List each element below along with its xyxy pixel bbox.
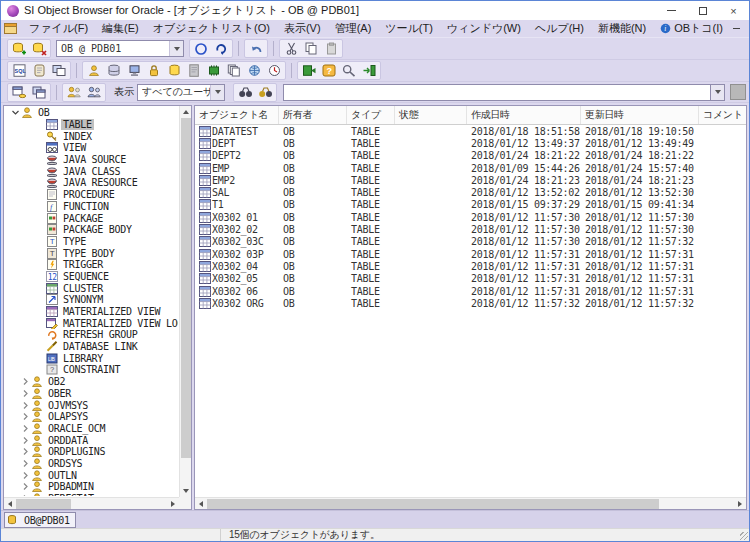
chevron-right-icon[interactable] <box>20 471 31 480</box>
table-row[interactable]: EMP2OBTABLE2018/01/24 18:21:232018/01/24… <box>195 174 746 186</box>
table-row[interactable]: T1OBTABLE2018/01/15 09:37:292018/01/15 0… <box>195 199 746 211</box>
tree-item-refresh-group[interactable]: REFRESH GROUP <box>4 329 178 341</box>
chevron-down-icon[interactable] <box>169 41 183 56</box>
web-button[interactable] <box>244 62 264 79</box>
menu-item-7[interactable]: ウィンドウ(W) <box>440 19 528 38</box>
scroll-right-arrow[interactable] <box>734 498 746 509</box>
column-header-created[interactable]: 作成日時 <box>467 106 581 124</box>
menu-item-2[interactable]: 編集(E) <box>95 19 146 38</box>
chevron-right-icon[interactable] <box>20 459 31 468</box>
tree-item-ober[interactable]: OBER <box>4 388 178 400</box>
tree-vertical-scrollbar[interactable] <box>179 106 191 497</box>
scroll-up-arrow[interactable] <box>180 106 191 118</box>
tree-item-trigger[interactable]: TRIGGER <box>4 259 178 271</box>
table-row[interactable]: X0302_ORGOBTABLE2018/01/12 11:57:322018/… <box>195 297 746 309</box>
chevron-down-icon[interactable] <box>10 108 21 117</box>
copy-button[interactable] <box>301 40 321 57</box>
tree-item-cluster[interactable]: CLUSTER <box>4 282 178 294</box>
column-header-status[interactable]: 状態 <box>395 106 467 124</box>
tree-horizontal-scrollbar[interactable] <box>4 497 179 509</box>
tree-item-constraint[interactable]: ?CONSTRAINT <box>4 364 178 376</box>
scroll-left-arrow[interactable] <box>4 498 16 509</box>
menu-item-4[interactable]: 表示(V) <box>277 19 328 38</box>
scroll-left-arrow[interactable] <box>195 498 207 509</box>
list-horizontal-scrollbar[interactable] <box>195 497 746 509</box>
job-queue-button[interactable] <box>264 62 284 79</box>
tree-item-sequence[interactable]: 12SEQUENCE <box>4 271 178 283</box>
table-row[interactable]: X0302_05OBTABLE2018/01/12 11:57:312018/0… <box>195 273 746 285</box>
connect-button[interactable] <box>9 40 29 57</box>
column-header-owner[interactable]: 所有者 <box>279 106 347 124</box>
script-execution-button[interactable] <box>29 62 49 79</box>
column-header-type[interactable]: タイプ <box>347 106 395 124</box>
tree-item-function[interactable]: fFUNCTION <box>4 201 178 213</box>
minimize-button[interactable] <box>656 1 687 20</box>
table-row[interactable]: EMPOBTABLE2018/01/09 15:44:262018/01/24 … <box>195 162 746 174</box>
scroll-thumb[interactable] <box>16 499 71 509</box>
tree-item-materialized-view-log[interactable]: MATERIALIZED VIEW LOG <box>4 317 178 329</box>
table-row[interactable]: X0302_04OBTABLE2018/01/12 11:57:312018/0… <box>195 260 746 272</box>
tree-item-table[interactable]: TABLE <box>4 119 178 131</box>
object-list-button[interactable] <box>49 62 69 79</box>
table-row[interactable]: DEPTOBTABLE2018/01/12 13:49:372018/01/12… <box>195 137 746 149</box>
close-button[interactable]: × <box>718 1 749 20</box>
filter-apply-button[interactable] <box>730 84 746 100</box>
table-row[interactable]: DATATESTOBTABLE2018/01/18 18:51:582018/0… <box>195 125 746 137</box>
table-row[interactable]: X0302_02OBTABLE2018/01/12 11:57:302018/0… <box>195 223 746 235</box>
mdi-minimize-button[interactable] <box>730 23 744 35</box>
search-dropdown-button[interactable] <box>710 84 725 101</box>
table-row[interactable]: SALOBTABLE2018/01/12 13:52:022018/01/12 … <box>195 186 746 198</box>
tree-item-ordsys[interactable]: ORDSYS <box>4 458 178 470</box>
role-button[interactable] <box>144 62 164 79</box>
tree-item-pdbadmin[interactable]: PDBADMIN <box>4 481 178 493</box>
tree-item-type[interactable]: TTYPE <box>4 236 178 248</box>
chevron-down-icon[interactable] <box>210 85 224 100</box>
table-row[interactable]: DEPT2OBTABLE2018/01/24 18:21:222018/01/2… <box>195 150 746 162</box>
column-header-comment[interactable]: コメント <box>699 106 746 124</box>
tree-item-view[interactable]: VIEW <box>4 142 178 154</box>
all-users-button[interactable] <box>84 84 104 101</box>
table-row[interactable]: X0302_01OBTABLE2018/01/12 11:57:302018/0… <box>195 211 746 223</box>
tree-item-java-class[interactable]: JAVA CLASS <box>4 165 178 177</box>
tree-item-package[interactable]: PACKAGE <box>4 212 178 224</box>
tree-item-database-link[interactable]: DATABASE LINK <box>4 341 178 353</box>
tab-ob-pdb01[interactable]: OB@PDB01 <box>4 512 76 528</box>
connection-combobox[interactable]: OB @ PDB01 <box>56 40 184 57</box>
chevron-right-icon[interactable] <box>20 482 31 491</box>
sql-execution-button[interactable]: SQL <box>9 62 29 79</box>
import-button[interactable] <box>299 62 319 79</box>
object-copy-button[interactable] <box>224 62 244 79</box>
chevron-right-icon[interactable] <box>20 401 31 410</box>
menu-item-5[interactable]: 管理(A) <box>328 19 379 38</box>
database-info-button[interactable] <box>104 62 124 79</box>
table-row[interactable]: X0302_03POBTABLE2018/01/12 11:57:312018/… <box>195 248 746 260</box>
chevron-right-icon[interactable] <box>20 377 31 386</box>
tree-item-ojvmsys[interactable]: OJVMSYS <box>4 399 178 411</box>
chevron-right-icon[interactable] <box>20 412 31 421</box>
chevron-right-icon[interactable] <box>20 389 31 398</box>
user-admin-button[interactable] <box>84 62 104 79</box>
rollback-segment-button[interactable] <box>164 62 184 79</box>
tree-item-ob[interactable]: OB <box>4 107 178 119</box>
tree-item-orddata[interactable]: ORDDATA <box>4 434 178 446</box>
scroll-down-arrow[interactable] <box>180 485 191 497</box>
profile-button[interactable] <box>184 62 204 79</box>
disconnect-button[interactable] <box>29 40 49 57</box>
paste-button[interactable] <box>321 40 341 57</box>
menu-item-8[interactable]: ヘルプ(H) <box>528 19 591 38</box>
user-filter-combobox[interactable]: すべてのユーザー <box>137 84 225 101</box>
object-search-button[interactable] <box>339 62 359 79</box>
scroll-right-arrow[interactable] <box>167 498 179 509</box>
current-user-button[interactable] <box>64 84 84 101</box>
tree-item-materialized-view[interactable]: MATERIALIZED VIEW <box>4 306 178 318</box>
help-button[interactable]: ? <box>319 62 339 79</box>
scroll-thumb[interactable] <box>181 118 191 458</box>
tree-item-java-source[interactable]: JAVA SOURCE <box>4 154 178 166</box>
export-button[interactable] <box>359 62 379 79</box>
tree-item-perfstat[interactable]: PERFSTAT <box>4 493 178 496</box>
menu-item-1[interactable]: ファイル(F) <box>22 19 95 38</box>
undo-button[interactable] <box>246 40 266 57</box>
mdi-child-icon[interactable] <box>4 23 18 35</box>
chevron-right-icon[interactable] <box>20 447 31 456</box>
search-input[interactable] <box>283 84 710 101</box>
